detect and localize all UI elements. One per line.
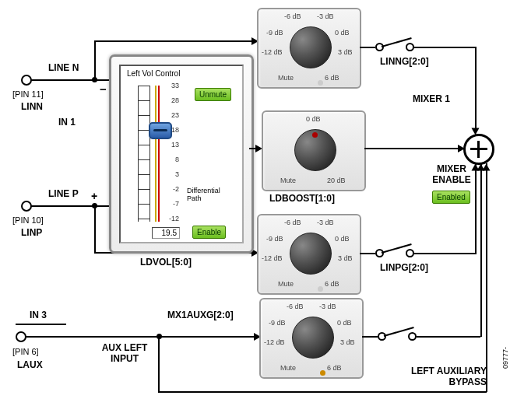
mx1auxg-knob[interactable]: -6 dB -3 dB -9 dB 0 dB -12 dB 3 dB Mute … — [259, 298, 364, 379]
laux-net: LAUX — [17, 359, 43, 370]
linn-net: LINN — [21, 101, 43, 112]
mixer-summer — [463, 134, 494, 165]
pin-linn — [21, 75, 32, 86]
ldvol-register: LDVOL[5:0] — [140, 257, 192, 268]
mixer-enable-label: MIXER ENABLE — [424, 163, 479, 185]
vol-title: Left Vol Control — [127, 69, 180, 78]
linen-label: LINE N — [48, 62, 79, 73]
doc-ref: 09777-002 — [501, 347, 510, 369]
pin6-label: [PIN 6] — [12, 347, 39, 356]
linen-sign: − — [100, 82, 107, 96]
aux-switch[interactable] — [378, 325, 417, 345]
linng-switch[interactable] — [375, 36, 414, 55]
linpg-switch[interactable] — [375, 242, 414, 261]
aux-bypass-label: LEFT AUXILIARY BYPASS — [382, 366, 487, 387]
ldboost-knob[interactable]: 0 dB Mute 20 dB — [262, 110, 366, 191]
in3-label: IN 3 — [30, 310, 47, 320]
linng-knob[interactable]: -6 dB -3 dB -9 dB 0 dB -12 dB 3 dB Mute … — [257, 8, 361, 89]
arrow-icon — [483, 164, 491, 171]
left-vol-control-panel: Left Vol Control 33 28 23 18 13 8 3 -2 -… — [109, 54, 254, 254]
linng-register: LINNG[2:0] — [380, 56, 429, 67]
linep-sign: + — [91, 190, 97, 202]
in1-label: IN 1 — [58, 117, 76, 128]
linpg-knob[interactable]: -6 dB -3 dB -9 dB 0 dB -12 dB 3 dB Mute … — [257, 214, 361, 295]
pin-linp — [21, 201, 32, 212]
pin11-label: [PIN 11] — [12, 89, 44, 99]
linpg-register: LINPG[2:0] — [380, 262, 428, 273]
mixer-name: MIXER 1 — [413, 93, 450, 104]
enable-button[interactable]: Enable — [192, 226, 226, 239]
ldboost-register: LDBOOST[1:0] — [269, 193, 335, 204]
diff-path-note: Differential Path — [187, 187, 234, 202]
linp-net: LINP — [21, 227, 42, 238]
vol-value-input[interactable]: 19.5 — [152, 227, 180, 239]
unmute-button[interactable]: Unmute — [195, 88, 231, 101]
pin10-label: [PIN 10] — [12, 215, 44, 225]
mixer-block-diagram: LINE N [PIN 11] LINN IN 1 − LINE P [PIN … — [8, 8, 510, 412]
mixer-enabled-button[interactable]: Enabled — [432, 191, 470, 204]
linep-label: LINE P — [48, 188, 79, 199]
aux-left-input-label: AUX LEFT INPUT — [93, 342, 156, 364]
mx1auxg-register: MX1AUXG[2:0] — [167, 310, 234, 320]
